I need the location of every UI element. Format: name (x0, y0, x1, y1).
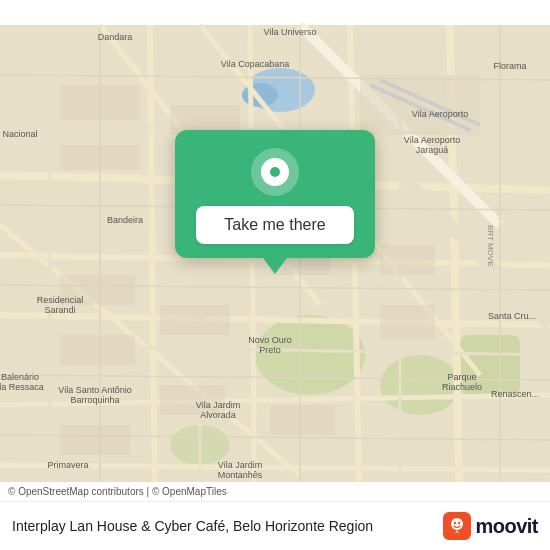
svg-text:Jaraguá: Jaraguá (416, 145, 449, 155)
svg-text:Alvorada: Alvorada (200, 410, 236, 420)
svg-point-79 (458, 522, 460, 524)
svg-rect-39 (60, 335, 135, 365)
svg-text:BRT MOVE: BRT MOVE (486, 225, 495, 267)
map-background: Dandara Vila Universo Vila Copacabana Fl… (0, 0, 550, 550)
svg-text:Residencial: Residencial (37, 295, 84, 305)
svg-rect-34 (60, 85, 140, 120)
svg-text:Dandara: Dandara (98, 32, 133, 42)
location-popup: Take me there (175, 130, 375, 258)
svg-text:Barroquinha: Barroquinha (70, 395, 119, 405)
location-dot (270, 167, 280, 177)
svg-point-1 (255, 315, 365, 395)
location-pin-icon (251, 148, 299, 196)
svg-text:Parque: Parque (447, 372, 476, 382)
svg-text:Vila Copacabana: Vila Copacabana (221, 59, 289, 69)
svg-rect-42 (380, 245, 435, 275)
svg-text:Vila Santo Antônio: Vila Santo Antônio (58, 385, 131, 395)
svg-text:Florama: Florama (493, 61, 526, 71)
moovit-logo: moovit (443, 512, 538, 540)
svg-rect-40 (160, 305, 230, 335)
take-me-there-button[interactable]: Take me there (196, 206, 353, 244)
place-info-row: Interplay Lan House & Cyber Café, Belo H… (0, 502, 550, 550)
svg-text:Vila Aeroporto: Vila Aeroporto (404, 135, 460, 145)
svg-rect-35 (60, 145, 140, 170)
svg-rect-43 (380, 305, 435, 340)
svg-text:Montanhês: Montanhês (218, 470, 263, 480)
map-attribution: © OpenStreetMap contributors | © OpenMap… (0, 482, 550, 502)
svg-text:Vila Jardim: Vila Jardim (218, 460, 262, 470)
map-container: Dandara Vila Universo Vila Copacabana Fl… (0, 0, 550, 550)
location-pin-inner (261, 158, 289, 186)
svg-point-78 (454, 522, 456, 524)
bottom-info-bar: © OpenStreetMap contributors | © OpenMap… (0, 482, 550, 550)
svg-text:da Ressaca: da Ressaca (0, 382, 44, 392)
svg-point-77 (451, 518, 463, 530)
svg-text:Santa Cru...: Santa Cru... (488, 311, 536, 321)
svg-text:Sarandi: Sarandi (44, 305, 75, 315)
moovit-icon (443, 512, 471, 540)
svg-text:Preto: Preto (259, 345, 281, 355)
moovit-brand-text: moovit (475, 515, 538, 538)
svg-text:Primavera: Primavera (47, 460, 88, 470)
svg-text:Novo Ouro: Novo Ouro (248, 335, 292, 345)
svg-text:Vila Universo: Vila Universo (264, 27, 317, 37)
svg-text:Riachuelo: Riachuelo (442, 382, 482, 392)
svg-text:Nacional: Nacional (2, 129, 37, 139)
svg-text:Balenário: Balenário (1, 372, 39, 382)
svg-rect-45 (60, 425, 130, 455)
svg-text:Renascen...: Renascen... (491, 389, 539, 399)
svg-text:Vila Aeroporto: Vila Aeroporto (412, 109, 468, 119)
place-name: Interplay Lan House & Cyber Café, Belo H… (12, 517, 433, 535)
svg-text:Bandeira: Bandeira (107, 215, 143, 225)
svg-text:Vila Jardim: Vila Jardim (196, 400, 240, 410)
svg-rect-46 (270, 405, 335, 435)
